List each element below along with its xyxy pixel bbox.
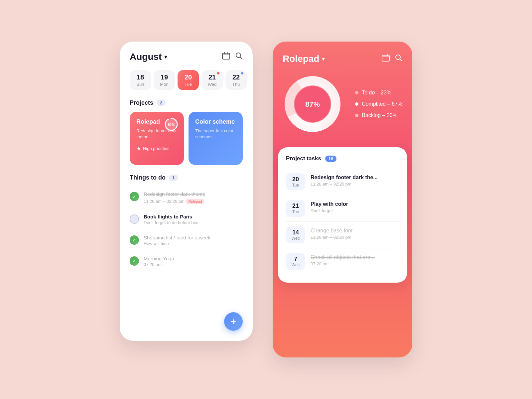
task-info-4: Check all objects that are... 07:20 am <box>311 253 399 266</box>
todo-subtitle-3: How will time <box>144 241 243 246</box>
svg-text:91%: 91% <box>168 123 175 127</box>
todo-content-2: Book flights to Paris Don't forget to do… <box>144 214 243 225</box>
task-time-3: 11:20 am – 02:20 pm <box>311 235 399 240</box>
cal-day-20-name: Tue <box>185 82 192 87</box>
task-title-2: Play with color <box>311 201 399 207</box>
todo-item-2[interactable]: Book flights to Paris Don't forget to do… <box>130 209 243 230</box>
task-row-3[interactable]: 14 Wed Change base font 11:20 am – 02:20… <box>286 222 399 248</box>
task-time-1: 11:20 am – 02:20 pm <box>311 182 399 187</box>
svg-point-1 <box>236 53 241 58</box>
left-title-group: August ▾ <box>130 52 167 62</box>
task-info-2: Play with color Don't forget <box>311 200 399 213</box>
todo-item-4[interactable]: ✓ Morning Yoga 07:20 am <box>130 251 243 272</box>
todo-content-1: Redesign footer dark theme 11:20 am – 02… <box>144 191 243 204</box>
todo-check-3: ✓ <box>130 235 139 245</box>
task-title-3: Change base font <box>311 228 399 234</box>
project-color-title: Color scheme <box>195 118 236 125</box>
task-date-num-2: 21 <box>291 202 301 209</box>
todo-list: ✓ Redesign footer dark theme 11:20 am – … <box>120 187 253 272</box>
projects-row: Rolepad Redesign footer dark theme ★ Hig… <box>130 112 243 165</box>
todo-check-4: ✓ <box>130 256 139 266</box>
project-rolepad-priority: High priorities <box>143 146 169 151</box>
svg-rect-5 <box>382 55 389 61</box>
left-header: August ▾ <box>130 52 243 62</box>
task-time-2: Don't forget <box>311 208 399 213</box>
tasks-count-badge: 18 <box>325 156 336 162</box>
cal-day-19[interactable]: 19 Mon <box>154 70 175 90</box>
legend-dot-todo <box>355 91 358 94</box>
task-date-day-1: Tue <box>291 183 301 188</box>
project-card-color[interactable]: Color scheme The super fast color scheme… <box>189 112 243 165</box>
svg-rect-0 <box>222 53 230 59</box>
legend-label-todo: To do – 23% <box>362 90 391 96</box>
task-row-2[interactable]: 21 Tue Play with color Don't forget <box>286 195 399 222</box>
todo-item-3[interactable]: ✓ Shopping list / food for a week How wi… <box>130 230 243 251</box>
todo-check-1: ✓ <box>130 192 139 201</box>
cal-day-19-name: Mon <box>160 82 168 87</box>
cal-day-18-num: 18 <box>137 73 144 81</box>
todo-title-2: Book flights to Paris <box>144 214 243 219</box>
cal-day-19-num: 19 <box>161 73 168 81</box>
app-container: August ▾ <box>100 22 432 377</box>
task-title-4: Check all objects that are... <box>311 254 399 260</box>
task-date-box-3: 14 Wed <box>286 226 305 243</box>
donut-center-text: 87% <box>305 100 320 108</box>
todo-check-2 <box>130 214 139 224</box>
todo-subtitle-4: 07:20 am <box>144 262 243 267</box>
task-time-4: 07:20 am <box>311 261 399 266</box>
task-date-day-4: Wen <box>291 263 301 267</box>
fab-plus-icon: + <box>231 316 236 327</box>
tasks-card-title: Project tasks <box>286 155 321 162</box>
search-icon-btn[interactable] <box>235 52 243 62</box>
cal-day-21[interactable]: 21 Wed <box>201 70 223 90</box>
donut-section: 87% To do – 23% Complited – 67% Backlog … <box>273 71 412 144</box>
projects-header: Projects 2 <box>130 99 243 106</box>
task-row-1[interactable]: 20 Tue Redesign footer dark the... 11:20… <box>286 169 399 195</box>
task-date-day-2: Tue <box>291 209 301 214</box>
right-calendar-icon-btn[interactable] <box>382 54 390 64</box>
right-title-group: Rolepad ▾ <box>283 54 325 64</box>
project-card-rolepad[interactable]: Rolepad Redesign footer dark theme ★ Hig… <box>130 112 184 165</box>
left-month-title: August <box>130 52 162 62</box>
todo-subtitle-1: 11:20 am – 02:20 pm Rolepad <box>144 198 243 204</box>
task-info-3: Change base font 11:20 am – 02:20 pm <box>311 226 399 240</box>
todos-header: Things to do 1 <box>130 174 243 181</box>
donut-chart: 87% <box>283 74 342 134</box>
project-color-desc: The super fast color schemes... <box>195 128 236 140</box>
todo-content-3: Shopping list / food for a week How will… <box>144 235 243 246</box>
right-search-icon-btn[interactable] <box>395 54 402 64</box>
calendar-strip: 18 Sun 19 Mon 20 Tue 21 Wed <box>130 70 243 90</box>
task-row-4[interactable]: 7 Wen Check all objects that are... 07:2… <box>286 248 399 275</box>
cal-day-18[interactable]: 18 Sun <box>130 70 151 90</box>
todo-item-1[interactable]: ✓ Redesign footer dark theme 11:20 am – … <box>130 187 243 209</box>
projects-title: Projects <box>130 99 153 106</box>
legend-dot-completed <box>355 102 358 106</box>
todo-subtitle-2: Don't forget to do before bed <box>144 220 243 225</box>
rolepad-progress-circle: 91% <box>164 117 179 132</box>
cal-day-20-num: 20 <box>185 73 192 81</box>
svg-point-6 <box>396 55 400 60</box>
right-app-title: Rolepad <box>283 54 319 64</box>
task-date-box-1: 20 Tue <box>286 173 305 190</box>
left-header-icons <box>222 52 243 62</box>
left-chevron-icon: ▾ <box>164 53 167 61</box>
cal-day-22[interactable]: 22 Thu <box>225 70 247 90</box>
task-date-box-2: 21 Tue <box>286 200 305 217</box>
fab-add-button[interactable]: + <box>224 312 243 331</box>
tasks-card-header: Project tasks 18 <box>286 155 399 162</box>
right-header: Rolepad ▾ <box>273 42 412 71</box>
todo-tag-1: Rolepad <box>186 199 204 204</box>
calendar-icon-btn[interactable] <box>222 52 230 62</box>
donut-svg: 87% <box>283 74 342 134</box>
cal-day-22-name: Thu <box>232 82 240 87</box>
cal-day-22-num: 22 <box>232 73 240 81</box>
projects-badge: 2 <box>157 100 166 106</box>
task-info-1: Redesign footer dark the... 11:20 am – 0… <box>311 173 399 187</box>
right-phone: Rolepad ▾ <box>273 42 412 357</box>
legend-item-todo: To do – 23% <box>355 90 402 96</box>
legend-label-backlog: Backlog – 20% <box>362 112 397 118</box>
todo-title-4: Morning Yoga <box>144 256 243 261</box>
cal-day-20[interactable]: 20 Tue <box>178 70 199 90</box>
legend-item-completed: Complited – 67% <box>355 101 402 107</box>
right-chevron-icon: ▾ <box>322 55 325 63</box>
